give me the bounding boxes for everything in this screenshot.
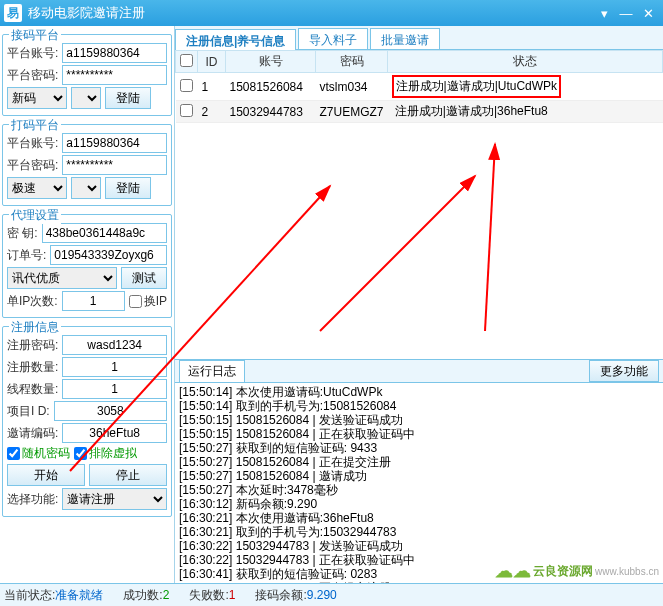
tab-register-info[interactable]: 注册信息|养号信息 <box>175 29 296 50</box>
cell-account: 15032944783 <box>226 101 316 123</box>
left-panel: 接码平台 平台账号: 平台密码: 新码 登陆 打码平台 平台账号: 平台密码: … <box>0 26 175 583</box>
log-line: [15:50:15] 15081526084 | 正在获取验证码中 <box>179 427 659 441</box>
table-row[interactable]: 2 15032944783 Z7UEMGZ7 注册成功|邀请成功|36heFtu… <box>176 101 663 123</box>
log-line: [16:30:21] 取到的手机号为:15032944783 <box>179 525 659 539</box>
group-register: 注册信息 注册密码: 注册数量: 线程数量: 项目I D: 邀请编码: 随机密码… <box>2 326 172 517</box>
ip-count-input[interactable] <box>62 291 125 311</box>
more-functions-button[interactable]: 更多功能 <box>589 360 659 382</box>
ip-count-label: 单IP次数: <box>7 293 58 310</box>
cell-status: 注册成功|邀请成功|36heFtu8 <box>388 101 663 123</box>
reg-proj-label: 项目I D: <box>7 403 50 420</box>
fail-value: 1 <box>229 588 236 602</box>
log-line: [16:30:21] 本次使用邀请码:36heFtu8 <box>179 511 659 525</box>
cell-seq: 2 <box>198 101 226 123</box>
group-proxy: 代理设置 密 钥: 订单号: 讯代优质 测试 单IP次数: 换IP <box>2 214 172 318</box>
proxy-provider-select[interactable]: 讯代优质 <box>7 267 117 289</box>
log-body[interactable]: [15:50:14] 本次使用邀请码:UtuCdWPk[15:50:14] 取到… <box>175 383 663 583</box>
cell-account: 15081526084 <box>226 73 316 101</box>
balance-label: 接码余额: <box>255 588 306 602</box>
rand-pwd-check[interactable]: 随机密码 <box>7 445 70 462</box>
reg-code-label: 邀请编码: <box>7 425 58 442</box>
proxy-key-input[interactable] <box>42 223 167 243</box>
log-line: [15:50:14] 本次使用邀请码:UtuCdWPk <box>179 385 659 399</box>
recv-provider-select2[interactable] <box>71 87 101 109</box>
proxy-order-label: 订单号: <box>7 247 46 264</box>
minimize-icon[interactable]: — <box>615 4 637 22</box>
reg-pwd-label: 注册密码: <box>7 337 58 354</box>
state-value: 准备就绪 <box>55 588 103 602</box>
log-line: [15:50:27] 15081526084 | 正在提交注册 <box>179 455 659 469</box>
tabs: 注册信息|养号信息 导入料子 批量邀请 <box>175 26 663 50</box>
col-account: 账号 <box>226 51 316 73</box>
dial-provider-select[interactable]: 极速 <box>7 177 67 199</box>
log-line: [16:30:22] 15032944783 | 发送验证码成功 <box>179 539 659 553</box>
success-label: 成功数: <box>123 588 162 602</box>
brand-watermark: ☁☁ 云良资源网 www.kubbs.cn <box>495 560 659 582</box>
success-value: 2 <box>163 588 170 602</box>
close-icon[interactable]: ✕ <box>637 4 659 22</box>
start-button[interactable]: 开始 <box>7 464 85 486</box>
group-title: 打码平台 <box>9 117 61 134</box>
proxy-key-label: 密 钥: <box>7 225 38 242</box>
proxy-test-button[interactable]: 测试 <box>121 267 167 289</box>
dial-login-button[interactable]: 登陆 <box>105 177 151 199</box>
dial-acct-label: 平台账号: <box>7 135 58 152</box>
titlebar: 易 移动电影院邀请注册 ▾ — ✕ <box>0 0 663 26</box>
brand-name: 云良资源网 <box>533 563 593 580</box>
sel-func-select[interactable]: 邀请注册 <box>62 488 167 510</box>
recv-provider-select[interactable]: 新码 <box>7 87 67 109</box>
cell-password: vtslm034 <box>316 73 388 101</box>
group-title: 接码平台 <box>9 27 61 44</box>
right-panel: 注册信息|养号信息 导入料子 批量邀请 ID 账号 密码 状态 1 150815… <box>175 26 663 583</box>
recv-acct-input[interactable] <box>62 43 167 63</box>
swap-ip-check[interactable]: 换IP <box>129 293 167 310</box>
balance-value: 9.290 <box>307 588 337 602</box>
proxy-order-input[interactable] <box>50 245 167 265</box>
cloud-icon: ☁☁ <box>495 560 531 582</box>
recv-pwd-label: 平台密码: <box>7 67 58 84</box>
state-label: 当前状态: <box>4 588 55 602</box>
group-recv-platform: 接码平台 平台账号: 平台密码: 新码 登陆 <box>2 34 172 116</box>
log-line: [15:50:15] 15081526084 | 发送验证码成功 <box>179 413 659 427</box>
log-line: [15:50:27] 本次延时:3478毫秒 <box>179 483 659 497</box>
reg-proj-input[interactable] <box>54 401 167 421</box>
tab-runlog[interactable]: 运行日志 <box>179 360 245 383</box>
row-check[interactable] <box>180 104 193 117</box>
cell-password: Z7UEMGZ7 <box>316 101 388 123</box>
reg-pwd-input[interactable] <box>62 335 167 355</box>
dial-pwd-input[interactable] <box>62 155 167 175</box>
brand-url: www.kubbs.cn <box>595 566 659 577</box>
recv-pwd-input[interactable] <box>62 65 167 85</box>
help-icon[interactable]: ▾ <box>593 4 615 22</box>
dial-acct-input[interactable] <box>62 133 167 153</box>
col-check[interactable] <box>176 51 198 73</box>
reg-thread-input[interactable] <box>62 379 167 399</box>
app-icon: 易 <box>4 4 22 22</box>
recv-acct-label: 平台账号: <box>7 45 58 62</box>
group-title: 代理设置 <box>9 207 61 224</box>
log-line: [15:50:27] 获取到的短信验证码: 9433 <box>179 441 659 455</box>
col-id: ID <box>198 51 226 73</box>
log-header: 运行日志 更多功能 <box>175 359 663 383</box>
reg-cnt-input[interactable] <box>62 357 167 377</box>
fail-label: 失败数: <box>189 588 228 602</box>
table-area: ID 账号 密码 状态 1 15081526084 vtslm034 注册成功|… <box>175 50 663 359</box>
log-line: [15:50:14] 取到的手机号为:15081526084 <box>179 399 659 413</box>
tab-import[interactable]: 导入料子 <box>298 28 368 49</box>
reg-thread-label: 线程数量: <box>7 381 58 398</box>
row-check[interactable] <box>180 79 193 92</box>
exclude-virtual-check[interactable]: 排除虚拟 <box>74 445 137 462</box>
col-status: 状态 <box>388 51 663 73</box>
table-row[interactable]: 1 15081526084 vtslm034 注册成功|邀请成功|UtuCdWP… <box>176 73 663 101</box>
window-title: 移动电影院邀请注册 <box>28 4 593 22</box>
statusbar: 当前状态:准备就绪 成功数:2 失败数:1 接码余额:9.290 <box>0 583 663 606</box>
accounts-table: ID 账号 密码 状态 1 15081526084 vtslm034 注册成功|… <box>175 50 663 123</box>
log-line: [16:30:12] 新码余额:9.290 <box>179 497 659 511</box>
reg-code-input[interactable] <box>62 423 167 443</box>
cell-status: 注册成功|邀请成功|UtuCdWPk <box>388 73 663 101</box>
stop-button[interactable]: 停止 <box>89 464 167 486</box>
recv-login-button[interactable]: 登陆 <box>105 87 151 109</box>
tab-batch-invite[interactable]: 批量邀请 <box>370 28 440 49</box>
group-dial-platform: 打码平台 平台账号: 平台密码: 极速 登陆 <box>2 124 172 206</box>
dial-provider-select2[interactable] <box>71 177 101 199</box>
